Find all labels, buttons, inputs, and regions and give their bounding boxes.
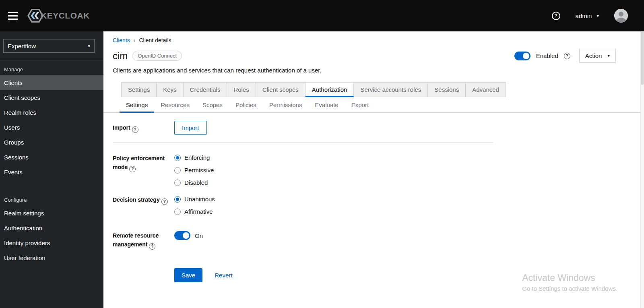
- help-icon[interactable]: ?: [129, 166, 136, 172]
- remote-resource-toggle-group: On: [174, 231, 203, 240]
- subtab-export[interactable]: Export: [345, 97, 375, 113]
- field-label-import: Import?: [113, 123, 174, 133]
- scrollbar-thumb[interactable]: [641, 32, 644, 85]
- tab-authorization[interactable]: Authorization: [305, 82, 354, 97]
- chevron-down-icon: ▾: [607, 54, 610, 58]
- radio-label: Affirmative: [184, 208, 213, 215]
- divider: [113, 143, 493, 143]
- breadcrumb-current: Client details: [139, 37, 171, 43]
- tab-roles[interactable]: Roles: [227, 82, 256, 97]
- sidebar-item-authentication[interactable]: Authentication: [0, 221, 103, 236]
- help-icon[interactable]: ?: [552, 12, 560, 20]
- policy-enforcement-mode-label: Policy enforcement mode: [113, 155, 165, 170]
- radio-unchecked-icon: [174, 209, 181, 215]
- nav-toggle-button[interactable]: [4, 7, 22, 25]
- breadcrumb: Clients › Client details: [103, 37, 644, 43]
- chevron-down-icon: ▾: [597, 14, 599, 18]
- subtab-permissions[interactable]: Permissions: [263, 97, 309, 113]
- sidebar-item-identity-providers[interactable]: Identity providers: [0, 236, 103, 250]
- nav-section-configure: Configure Realm settings Authentication …: [0, 191, 103, 265]
- realm-selector-wrap: Expertflow ▾: [0, 31, 103, 60]
- subtab-settings[interactable]: Settings: [120, 97, 154, 113]
- radio-label: Enforcing: [184, 154, 210, 161]
- keycloak-logo[interactable]: KEYCLOAK: [27, 8, 90, 24]
- subtab-evaluate[interactable]: Evaluate: [308, 97, 345, 113]
- chevron-down-icon: ▾: [88, 44, 90, 48]
- radio-disabled[interactable]: Disabled: [174, 179, 214, 186]
- toggle-state-label: On: [195, 232, 203, 239]
- breadcrumb-clients-link[interactable]: Clients: [113, 37, 130, 43]
- decision-strategy-radio-group: Unanimous Affirmative: [174, 195, 215, 215]
- user-menu[interactable]: admin ▾: [576, 12, 599, 19]
- vertical-scrollbar[interactable]: [640, 31, 644, 308]
- help-icon[interactable]: ?: [564, 53, 570, 59]
- radio-label: Disabled: [184, 179, 208, 186]
- tab-service-accounts-roles[interactable]: Service accounts roles: [354, 82, 428, 97]
- radio-unanimous[interactable]: Unanimous: [174, 196, 215, 203]
- sidebar-item-sessions[interactable]: Sessions: [0, 150, 103, 165]
- subtab-scopes[interactable]: Scopes: [196, 97, 229, 113]
- radio-enforcing[interactable]: Enforcing: [174, 154, 214, 161]
- sidebar-item-events[interactable]: Events: [0, 165, 103, 180]
- app-layout: Expertflow ▾ Manage Clients Client scope…: [0, 31, 644, 308]
- chevron-right-icon: ›: [134, 37, 136, 43]
- sidebar-item-realm-settings[interactable]: Realm settings: [0, 206, 103, 221]
- radio-checked-icon: [174, 196, 181, 203]
- tab-settings[interactable]: Settings: [121, 82, 157, 97]
- tab-keys[interactable]: Keys: [157, 82, 183, 97]
- help-icon[interactable]: ?: [132, 126, 138, 133]
- tab-client-scopes[interactable]: Client scopes: [256, 82, 305, 97]
- enabled-label: Enabled: [536, 52, 558, 59]
- topbar: KEYCLOAK ? admin ▾: [0, 0, 644, 31]
- revert-link[interactable]: Revert: [215, 272, 232, 279]
- field-label-policy-enforcement-mode: Policy enforcement mode?: [113, 154, 174, 172]
- sidebar-item-client-scopes[interactable]: Client scopes: [0, 90, 103, 105]
- import-button[interactable]: Import: [174, 121, 207, 135]
- user-avatar-icon: [614, 9, 628, 23]
- realm-name: Expertflow: [8, 43, 36, 50]
- policy-enforcement-mode-row: Policy enforcement mode? Enforcing Permi…: [113, 154, 644, 186]
- main-content: Clients › Client details cim OpenID Conn…: [103, 31, 644, 308]
- watermark-subtitle: Go to Settings to activate Windows.: [522, 285, 617, 292]
- page-description: Clients are applications and services th…: [103, 67, 644, 74]
- sidebar-item-clients[interactable]: Clients: [0, 75, 103, 90]
- brand-name: KEYCLOAK: [41, 11, 90, 21]
- subtab-resources[interactable]: Resources: [154, 97, 196, 113]
- save-button[interactable]: Save: [174, 268, 202, 282]
- policy-enforcement-radio-group: Enforcing Permissive Disabled: [174, 154, 214, 186]
- header-controls: Enabled ? Action ▾: [514, 49, 616, 63]
- subtab-policies[interactable]: Policies: [229, 97, 263, 113]
- tab-sessions[interactable]: Sessions: [428, 82, 466, 97]
- topbar-left: KEYCLOAK: [4, 7, 90, 25]
- decision-strategy-label: Decision strategy: [113, 196, 160, 203]
- remote-resource-management-toggle[interactable]: [174, 231, 190, 240]
- action-label: Action: [585, 52, 602, 59]
- help-icon[interactable]: ?: [161, 198, 168, 205]
- enabled-toggle[interactable]: [514, 52, 530, 60]
- help-icon[interactable]: ?: [149, 243, 155, 250]
- nav-section-manage: Manage Clients Client scopes Realm roles…: [0, 60, 103, 180]
- nav-section-title-manage: Manage: [0, 60, 103, 75]
- authorization-subtabs: Settings Resources Scopes Policies Permi…: [103, 97, 644, 113]
- action-dropdown[interactable]: Action ▾: [579, 49, 616, 63]
- radio-label: Permissive: [184, 167, 214, 174]
- sidebar-item-users[interactable]: Users: [0, 120, 103, 135]
- realm-selector[interactable]: Expertflow ▾: [3, 39, 95, 53]
- user-name: admin: [576, 12, 592, 19]
- remote-resource-management-row: Remote resource management? On: [113, 231, 644, 250]
- tab-advanced[interactable]: Advanced: [466, 82, 506, 97]
- tab-credentials[interactable]: Credentials: [184, 82, 227, 97]
- sidebar-item-realm-roles[interactable]: Realm roles: [0, 105, 103, 120]
- avatar[interactable]: [614, 9, 628, 23]
- radio-permissive[interactable]: Permissive: [174, 167, 214, 174]
- radio-label: Unanimous: [184, 196, 215, 203]
- watermark-title: Activate Windows: [522, 273, 617, 283]
- title-group: cim OpenID Connect: [113, 50, 182, 62]
- field-label-decision-strategy: Decision strategy?: [113, 195, 174, 205]
- radio-affirmative[interactable]: Affirmative: [174, 208, 215, 215]
- sidebar-item-user-federation[interactable]: User federation: [0, 250, 103, 265]
- page-title: cim: [113, 50, 128, 62]
- main-tabs: Settings Keys Credentials Roles Client s…: [121, 82, 506, 97]
- sidebar-item-groups[interactable]: Groups: [0, 135, 103, 150]
- hamburger-icon: [8, 12, 18, 13]
